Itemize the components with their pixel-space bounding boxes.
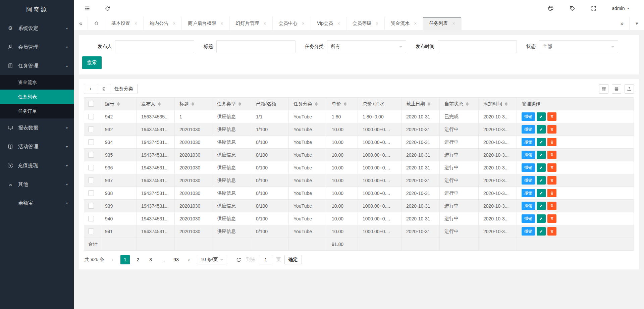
- prev-page-icon[interactable]: ‹: [108, 255, 117, 264]
- revoke-button[interactable]: 撤销: [522, 125, 535, 134]
- tab-item[interactable]: 任务列表 ×: [423, 17, 461, 30]
- page-number-3[interactable]: 3: [146, 255, 155, 264]
- tab-close-icon[interactable]: ×: [414, 21, 417, 26]
- sidebar-item-yuebao[interactable]: 余额宝 ▾: [0, 194, 74, 212]
- sidebar-item-task-orders[interactable]: 任务订单: [0, 104, 74, 118]
- delete-button[interactable]: [547, 202, 556, 210]
- export-icon[interactable]: [625, 84, 634, 94]
- row-checkbox[interactable]: [88, 114, 94, 119]
- sort-icons[interactable]: [117, 102, 120, 106]
- title-input[interactable]: [216, 40, 296, 53]
- tab-item[interactable]: 站内公告 ×: [144, 17, 182, 30]
- row-checkbox[interactable]: [88, 216, 94, 221]
- delete-button[interactable]: [547, 176, 556, 185]
- pagination-refresh-icon[interactable]: [236, 257, 241, 263]
- tab-item[interactable]: 资金流水 ×: [385, 17, 423, 30]
- row-checkbox[interactable]: [88, 177, 94, 183]
- print-icon[interactable]: [612, 84, 621, 94]
- refresh-icon[interactable]: [104, 5, 111, 12]
- tab-close-icon[interactable]: ×: [302, 21, 305, 26]
- menu-toggle-icon[interactable]: [84, 5, 91, 12]
- sidebar-item-activity-management[interactable]: 活动管理 ▾: [0, 137, 74, 156]
- revoke-button[interactable]: 撤销: [522, 138, 535, 146]
- category-select[interactable]: 所有: [327, 40, 406, 53]
- tab-close-icon[interactable]: ×: [220, 21, 223, 26]
- tabs-scroll-right-icon[interactable]: »: [615, 17, 629, 30]
- tab-item[interactable]: 幻灯片管理 ×: [230, 17, 273, 30]
- delete-button[interactable]: [547, 227, 556, 236]
- edit-button[interactable]: [537, 163, 546, 172]
- user-menu[interactable]: admin ▾: [612, 6, 629, 11]
- page-number-93[interactable]: 93: [171, 255, 181, 264]
- revoke-button[interactable]: 撤销: [522, 189, 535, 197]
- tab-item[interactable]: 会员等级 ×: [346, 17, 385, 30]
- edit-button[interactable]: [537, 202, 546, 210]
- revoke-button[interactable]: 撤销: [522, 214, 535, 223]
- tab-close-icon[interactable]: ×: [135, 21, 137, 26]
- edit-button[interactable]: [537, 189, 546, 197]
- page-size-select[interactable]: 10 条/页: [197, 255, 227, 264]
- row-checkbox[interactable]: [88, 126, 94, 132]
- search-button[interactable]: 搜索: [82, 56, 102, 69]
- tab-item[interactable]: 商户后台权限 ×: [182, 17, 229, 30]
- delete-button[interactable]: [547, 214, 556, 223]
- next-page-icon[interactable]: ›: [184, 255, 194, 264]
- delete-button[interactable]: [547, 112, 556, 121]
- tab-close-icon[interactable]: ×: [337, 21, 340, 26]
- publish-time-input[interactable]: [438, 40, 517, 53]
- goto-page-input[interactable]: [259, 255, 273, 264]
- revoke-button[interactable]: 撤销: [522, 227, 535, 236]
- revoke-button[interactable]: 撤销: [522, 176, 535, 185]
- home-tab[interactable]: [88, 17, 105, 30]
- edit-button[interactable]: [537, 227, 546, 236]
- delete-button[interactable]: [547, 138, 556, 146]
- select-all-checkbox[interactable]: [88, 101, 94, 107]
- delete-button[interactable]: [547, 189, 556, 197]
- sort-icons[interactable]: [466, 102, 469, 106]
- sidebar-item-member-management[interactable]: 会员管理 ▾: [0, 38, 74, 56]
- tabs-more-icon[interactable]: ▾: [629, 17, 644, 30]
- tag-icon[interactable]: [569, 5, 576, 12]
- sidebar-item-funds-flow[interactable]: 资金流水: [0, 75, 74, 90]
- row-checkbox[interactable]: [88, 152, 94, 158]
- page-number-2[interactable]: 2: [133, 255, 143, 264]
- tab-item[interactable]: 基本设置 ×: [105, 17, 144, 30]
- sidebar-item-recharge-withdraw[interactable]: ¥ 充值提现 ▾: [0, 156, 74, 175]
- revoke-button[interactable]: 撤销: [522, 151, 535, 159]
- sort-icons[interactable]: [192, 102, 194, 106]
- edit-button[interactable]: [537, 112, 546, 121]
- sort-icons[interactable]: [238, 102, 241, 106]
- tab-close-icon[interactable]: ×: [376, 21, 378, 26]
- tab-close-icon[interactable]: ×: [173, 21, 175, 26]
- delete-button[interactable]: [547, 151, 556, 159]
- add-button[interactable]: +: [84, 84, 97, 94]
- sidebar-item-task-list[interactable]: 任务列表: [0, 90, 74, 104]
- page-number-1[interactable]: 1: [120, 255, 130, 264]
- columns-filter-icon[interactable]: [599, 84, 608, 94]
- edit-button[interactable]: [537, 138, 546, 146]
- row-checkbox[interactable]: [88, 190, 94, 196]
- sort-icons[interactable]: [428, 102, 430, 106]
- sort-icons[interactable]: [158, 102, 161, 106]
- sidebar-item-other[interactable]: ∞ 其他 ▾: [0, 175, 74, 194]
- fullscreen-icon[interactable]: [590, 5, 597, 12]
- sidebar-item-report-data[interactable]: 报表数据 ▾: [0, 118, 74, 137]
- sort-icons[interactable]: [505, 102, 507, 106]
- row-checkbox[interactable]: [88, 203, 94, 209]
- sidebar-item-task-management[interactable]: 任务管理 ▴: [0, 56, 74, 75]
- sidebar-item-system-settings[interactable]: ⚙ 系统设定 ▾: [0, 19, 74, 38]
- publisher-input[interactable]: [115, 40, 194, 53]
- tab-item[interactable]: Vip会员 ×: [311, 17, 346, 30]
- tab-close-icon[interactable]: ×: [264, 21, 266, 26]
- sort-icons[interactable]: [344, 102, 346, 106]
- task-category-button[interactable]: 任务分类: [110, 84, 138, 94]
- tab-item[interactable]: 会员中心 ×: [273, 17, 311, 30]
- delete-button[interactable]: [547, 163, 556, 172]
- row-checkbox[interactable]: [88, 139, 94, 145]
- theme-palette-icon[interactable]: [547, 5, 554, 12]
- row-checkbox[interactable]: [88, 228, 94, 234]
- status-select[interactable]: 全部: [539, 40, 618, 53]
- edit-button[interactable]: [537, 125, 546, 134]
- revoke-button[interactable]: 撤销: [522, 112, 535, 121]
- row-checkbox[interactable]: [88, 165, 94, 170]
